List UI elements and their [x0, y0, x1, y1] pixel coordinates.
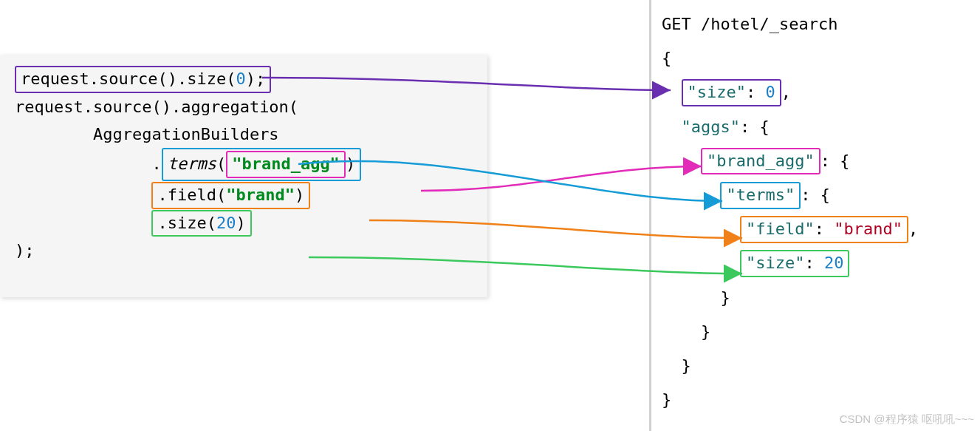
java-brandagg-box: "brand_agg"	[226, 151, 346, 178]
json-query-panel: GET /hotel/_search { "size": 0, "aggs": …	[649, 0, 980, 431]
json-brandagg-box: "brand_agg"	[701, 148, 820, 175]
json-terms-line: "terms": {	[662, 178, 970, 212]
code-line-terms: .terms("brand_agg")	[15, 148, 473, 181]
json-terms-box: "terms"	[720, 182, 801, 209]
json-aggs-line: "aggs": {	[662, 110, 970, 144]
json-size-box: "size": 0	[682, 79, 781, 106]
code-line-builders: AggregationBuilders	[15, 121, 473, 148]
code-line-size: request.source().size(0);	[15, 65, 473, 93]
code-line-close: );	[15, 237, 473, 264]
json-brand-line: "brand_agg": {	[662, 144, 970, 178]
json-size20-box: "size": 20	[740, 250, 849, 277]
json-field-line: "field": "brand",	[662, 212, 970, 246]
java-code-panel: request.source().size(0); request.source…	[0, 55, 487, 297]
code-line-size20: .size(20)	[15, 209, 473, 237]
json-open: {	[662, 41, 970, 75]
json-size-line: "size": 0,	[662, 75, 970, 109]
json-get: GET /hotel/_search	[662, 7, 970, 41]
code-line-field: .field("brand")	[15, 181, 473, 209]
code-line-agg: request.source().aggregation(	[15, 93, 473, 121]
json-size20-line: "size": 20	[662, 246, 970, 280]
watermark: CSDN @程序猿 呕吼吼~~~	[840, 413, 974, 427]
json-field-box: "field": "brand"	[740, 216, 908, 243]
java-size-box: request.source().size(0);	[15, 66, 271, 93]
java-size20-box: .size(20)	[151, 210, 251, 237]
java-field-box: .field("brand")	[151, 182, 310, 209]
java-terms-box: terms("brand_agg")	[162, 148, 361, 181]
